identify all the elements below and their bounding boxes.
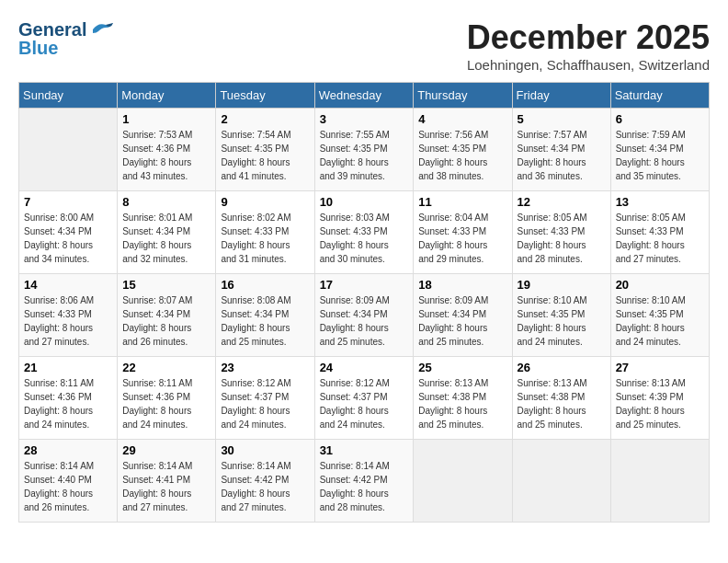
day-number: 28 [24,443,112,457]
day-number: 22 [122,361,210,374]
weekday-sunday: Sunday [19,83,118,109]
weekday-tuesday: Tuesday [216,83,314,109]
calendar-cell: 15Sunrise: 8:07 AM Sunset: 4:34 PM Dayli… [118,274,216,357]
month-title: December 2025 [467,18,710,57]
day-number: 27 [616,361,704,374]
calendar-cell: 24Sunrise: 8:12 AM Sunset: 4:37 PM Dayli… [314,357,414,440]
day-number: 29 [122,443,210,457]
day-number: 8 [122,195,210,209]
location: Loehningen, Schaffhausen, Switzerland [467,57,710,73]
calendar-cell: 28Sunrise: 8:14 AM Sunset: 4:40 PM Dayli… [19,440,118,523]
day-number: 26 [518,361,606,374]
day-info: Sunrise: 8:03 AM Sunset: 4:33 PM Dayligh… [320,211,409,266]
day-info: Sunrise: 8:12 AM Sunset: 4:37 PM Dayligh… [320,376,409,431]
day-info: Sunrise: 8:06 AM Sunset: 4:33 PM Dayligh… [24,293,112,349]
calendar-cell: 16Sunrise: 8:08 AM Sunset: 4:34 PM Dayli… [216,274,314,357]
day-number: 10 [320,195,409,209]
day-number: 4 [418,112,506,126]
calendar-cell [19,109,118,191]
day-number: 5 [518,112,606,126]
calendar-cell: 3Sunrise: 7:55 AM Sunset: 4:35 PM Daylig… [314,109,414,191]
day-number: 20 [616,278,704,292]
weekday-saturday: Saturday [610,83,709,109]
calendar-cell: 13Sunrise: 8:05 AM Sunset: 4:33 PM Dayli… [610,191,709,274]
day-info: Sunrise: 8:04 AM Sunset: 4:33 PM Dayligh… [418,211,506,266]
calendar-week-4: 21Sunrise: 8:11 AM Sunset: 4:36 PM Dayli… [19,357,710,440]
calendar: SundayMondayTuesdayWednesdayThursdayFrid… [18,82,710,523]
day-info: Sunrise: 8:13 AM Sunset: 4:38 PM Dayligh… [518,376,606,431]
day-info: Sunrise: 8:14 AM Sunset: 4:41 PM Dayligh… [122,459,210,514]
calendar-cell: 6Sunrise: 7:59 AM Sunset: 4:34 PM Daylig… [610,109,709,191]
day-info: Sunrise: 8:11 AM Sunset: 4:36 PM Dayligh… [24,376,112,431]
calendar-cell: 29Sunrise: 8:14 AM Sunset: 4:41 PM Dayli… [118,440,216,523]
calendar-cell: 30Sunrise: 8:14 AM Sunset: 4:42 PM Dayli… [216,440,314,523]
calendar-cell: 21Sunrise: 8:11 AM Sunset: 4:36 PM Dayli… [19,357,118,440]
calendar-cell: 17Sunrise: 8:09 AM Sunset: 4:34 PM Dayli… [314,274,414,357]
calendar-cell: 26Sunrise: 8:13 AM Sunset: 4:38 PM Dayli… [512,357,610,440]
calendar-cell [610,440,709,523]
day-info: Sunrise: 8:01 AM Sunset: 4:34 PM Dayligh… [122,211,210,266]
weekday-wednesday: Wednesday [314,83,414,109]
calendar-cell: 18Sunrise: 8:09 AM Sunset: 4:34 PM Dayli… [414,274,512,357]
calendar-cell: 11Sunrise: 8:04 AM Sunset: 4:33 PM Dayli… [414,191,512,274]
calendar-cell: 4Sunrise: 7:56 AM Sunset: 4:35 PM Daylig… [414,109,512,191]
calendar-cell: 10Sunrise: 8:03 AM Sunset: 4:33 PM Dayli… [314,191,414,274]
day-info: Sunrise: 7:57 AM Sunset: 4:34 PM Dayligh… [518,128,606,183]
weekday-header-row: SundayMondayTuesdayWednesdayThursdayFrid… [19,83,710,109]
day-number: 31 [320,443,409,457]
day-info: Sunrise: 7:55 AM Sunset: 4:35 PM Dayligh… [320,128,409,183]
day-info: Sunrise: 8:07 AM Sunset: 4:34 PM Dayligh… [122,293,210,349]
day-info: Sunrise: 8:10 AM Sunset: 4:35 PM Dayligh… [518,293,606,349]
day-info: Sunrise: 8:13 AM Sunset: 4:38 PM Dayligh… [418,376,506,431]
day-info: Sunrise: 7:59 AM Sunset: 4:34 PM Dayligh… [616,128,704,183]
page-header: General Blue December 2025 Loehningen, S… [18,18,710,73]
logo-blue: Blue [18,37,115,59]
day-number: 6 [616,112,704,126]
weekday-friday: Friday [512,83,610,109]
day-number: 11 [418,195,506,209]
logo: General Blue [18,18,115,59]
day-number: 21 [24,361,112,374]
day-number: 16 [221,278,309,292]
day-number: 19 [518,278,606,292]
calendar-cell: 27Sunrise: 8:13 AM Sunset: 4:39 PM Dayli… [610,357,709,440]
day-number: 12 [518,195,606,209]
calendar-cell: 8Sunrise: 8:01 AM Sunset: 4:34 PM Daylig… [118,191,216,274]
day-number: 7 [24,195,112,209]
day-info: Sunrise: 8:00 AM Sunset: 4:34 PM Dayligh… [24,211,112,266]
calendar-cell: 2Sunrise: 7:54 AM Sunset: 4:35 PM Daylig… [216,109,314,191]
day-info: Sunrise: 8:05 AM Sunset: 4:33 PM Dayligh… [616,211,704,266]
calendar-cell: 9Sunrise: 8:02 AM Sunset: 4:33 PM Daylig… [216,191,314,274]
day-number: 9 [221,195,309,209]
day-number: 17 [320,278,409,292]
calendar-cell: 19Sunrise: 8:10 AM Sunset: 4:35 PM Dayli… [512,274,610,357]
day-number: 30 [221,443,309,457]
calendar-cell: 5Sunrise: 7:57 AM Sunset: 4:34 PM Daylig… [512,109,610,191]
calendar-cell: 14Sunrise: 8:06 AM Sunset: 4:33 PM Dayli… [19,274,118,357]
day-info: Sunrise: 8:14 AM Sunset: 4:42 PM Dayligh… [221,459,309,514]
calendar-cell: 7Sunrise: 8:00 AM Sunset: 4:34 PM Daylig… [19,191,118,274]
day-number: 14 [24,278,112,292]
day-number: 13 [616,195,704,209]
day-info: Sunrise: 8:13 AM Sunset: 4:39 PM Dayligh… [616,376,704,431]
day-info: Sunrise: 8:09 AM Sunset: 4:34 PM Dayligh… [418,293,506,349]
calendar-week-2: 7Sunrise: 8:00 AM Sunset: 4:34 PM Daylig… [19,191,710,274]
day-info: Sunrise: 7:56 AM Sunset: 4:35 PM Dayligh… [418,128,506,183]
day-number: 18 [418,278,506,292]
calendar-header: SundayMondayTuesdayWednesdayThursdayFrid… [19,83,710,109]
day-info: Sunrise: 8:09 AM Sunset: 4:34 PM Dayligh… [320,293,409,349]
calendar-cell: 12Sunrise: 8:05 AM Sunset: 4:33 PM Dayli… [512,191,610,274]
weekday-thursday: Thursday [414,83,512,109]
calendar-cell: 20Sunrise: 8:10 AM Sunset: 4:35 PM Dayli… [610,274,709,357]
day-number: 25 [418,361,506,374]
day-info: Sunrise: 8:05 AM Sunset: 4:33 PM Dayligh… [518,211,606,266]
day-info: Sunrise: 8:14 AM Sunset: 4:42 PM Dayligh… [320,459,409,514]
day-number: 23 [221,361,309,374]
calendar-week-3: 14Sunrise: 8:06 AM Sunset: 4:33 PM Dayli… [19,274,710,357]
calendar-cell: 23Sunrise: 8:12 AM Sunset: 4:37 PM Dayli… [216,357,314,440]
calendar-week-5: 28Sunrise: 8:14 AM Sunset: 4:40 PM Dayli… [19,440,710,523]
day-info: Sunrise: 8:08 AM Sunset: 4:34 PM Dayligh… [221,293,309,349]
day-info: Sunrise: 7:53 AM Sunset: 4:36 PM Dayligh… [122,128,210,183]
calendar-body: 1Sunrise: 7:53 AM Sunset: 4:36 PM Daylig… [19,109,710,523]
day-info: Sunrise: 7:54 AM Sunset: 4:35 PM Dayligh… [221,128,309,183]
